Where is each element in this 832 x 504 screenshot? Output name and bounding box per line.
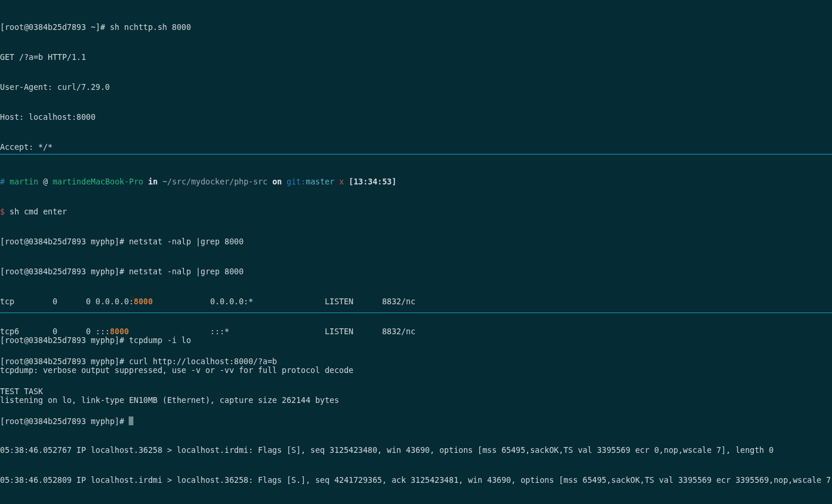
terminal-pane-top[interactable]: [root@0384b25d7893 ~]# sh nchttp.sh 8000… xyxy=(0,0,832,154)
shell-line: [root@0384b25d7893 myphp]# netstat -nalp… xyxy=(0,267,832,277)
shell-line: [root@0384b25d7893 myphp]# tcpdump -i lo xyxy=(0,335,832,345)
terminal-pane-middle[interactable]: # martin @ martindeMacBook-Pro in ~/src/… xyxy=(0,154,832,313)
terminal-pane-bottom[interactable]: [root@0384b25d7893 myphp]# tcpdump -i lo… xyxy=(0,313,832,504)
shell-line: [root@0384b25d7893 ~]# sh nchttp.sh 8000 xyxy=(0,22,832,32)
output-line: tcp 0 0 0.0.0.0:8000 0.0.0.0:* LISTEN 88… xyxy=(0,297,832,307)
output-line: Host: localhost:8000 xyxy=(0,112,832,122)
output-line: tcpdump: verbose output suppressed, use … xyxy=(0,365,832,375)
output-line: Accept: */* xyxy=(0,142,832,152)
ohmyzsh-prompt: # martin @ martindeMacBook-Pro in ~/src/… xyxy=(0,177,832,187)
output-line: listening on lo, link-type EN10MB (Ether… xyxy=(0,395,832,405)
shell-line: $ sh cmd enter xyxy=(0,207,832,217)
shell-line: [root@0384b25d7893 myphp]# netstat -nalp… xyxy=(0,237,832,247)
output-line: User-Agent: curl/7.29.0 xyxy=(0,82,832,92)
output-line: GET /?a=b HTTP/1.1 xyxy=(0,52,832,62)
tcpdump-line: 05:38:46.052809 IP localhost.irdmi > loc… xyxy=(0,475,832,485)
tcpdump-line: 05:38:46.052767 IP localhost.36258 > loc… xyxy=(0,445,832,455)
